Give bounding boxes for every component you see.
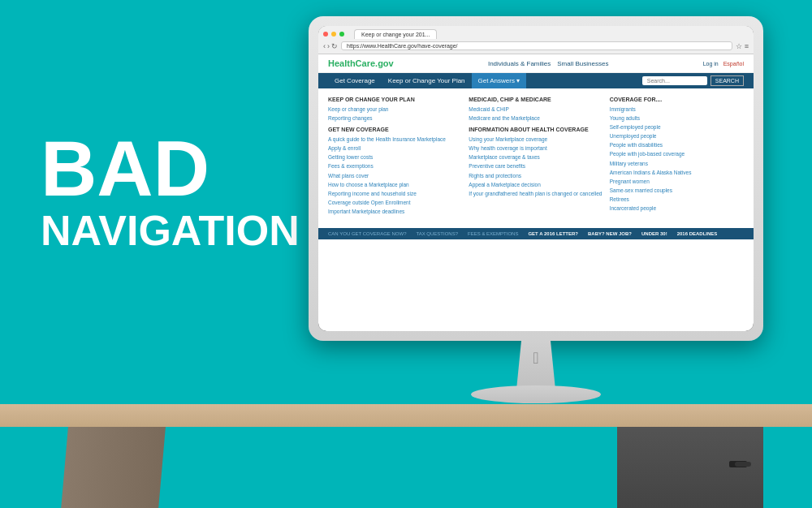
espanol-link[interactable]: Español: [723, 61, 744, 67]
link-self-employed[interactable]: Self-employed people: [610, 123, 744, 131]
nav-small-businesses[interactable]: Small Businesses: [557, 60, 608, 67]
browser-tab[interactable]: Keep or change your 201...: [354, 29, 437, 39]
nav-get-coverage[interactable]: Get Coverage: [328, 73, 382, 88]
section-title-medicaid: MEDICAID, CHIP & MEDICARE: [469, 97, 603, 102]
link-american-indians[interactable]: American Indians & Alaska Natives: [610, 169, 744, 176]
nav-get-answers[interactable]: Get Answers ▾: [472, 73, 527, 88]
monitor-shell: Keep or change your 201... ‹ › ↻ https:/…: [309, 16, 763, 341]
link-job-based[interactable]: People with job-based coverage: [610, 150, 744, 157]
nav-individuals[interactable]: Individuals & Families: [488, 60, 551, 67]
search-button[interactable]: SEARCH: [710, 75, 744, 86]
back-button[interactable]: ‹: [323, 42, 326, 50]
desk-left-leg: [61, 419, 166, 508]
link-immigrants[interactable]: Immigrants: [610, 105, 744, 113]
bookmark-icon: ☆: [736, 42, 742, 50]
link-young-adults[interactable]: Young adults: [610, 114, 744, 122]
link-retirees[interactable]: Retirees: [610, 196, 744, 203]
section-title-keep: KEEP OR CHANGE YOUR PLAN: [328, 97, 462, 102]
search-input[interactable]: [642, 76, 707, 85]
refresh-button[interactable]: ↻: [331, 42, 338, 50]
link-keep-plan[interactable]: Keep or change your plan: [328, 105, 462, 113]
header-actions: Log in Español: [703, 61, 744, 67]
bottom-bar-item-4[interactable]: GET A 2016 LETTER?: [528, 231, 578, 236]
browser-chrome: Keep or change your 201... ‹ › ↻ https:/…: [318, 26, 754, 54]
nav-keep-change[interactable]: Keep or Change Your Plan: [382, 73, 472, 88]
link-medicaid-chip[interactable]: Medicaid & CHIP: [469, 105, 603, 113]
link-medicare-marketplace[interactable]: Medicare and the Marketplace: [469, 114, 603, 122]
header-nav: Individuals & Families Small Businesses: [488, 60, 609, 67]
browser-dot-yellow[interactable]: [331, 32, 336, 37]
bottom-bar-item-7[interactable]: 2016 DEADLINES: [677, 231, 718, 236]
monitor-bezel: Keep or change your 201... ‹ › ↻ https:/…: [318, 26, 754, 331]
bottom-bar-item-5[interactable]: BABY? NEW JOB?: [588, 231, 632, 236]
browser-icons: ☆ ≡: [736, 42, 749, 50]
headline-text: BAD NAVIGATION: [41, 130, 300, 254]
screen-content: Keep or change your 201... ‹ › ↻ https:/…: [318, 26, 754, 331]
link-rights-protections[interactable]: Rights and protections: [469, 172, 603, 179]
dropdown-col3: COVERAGE FOR.... Immigrants Young adults…: [610, 97, 744, 220]
browser-top-bar: Keep or change your 201...: [323, 29, 749, 39]
link-coverage-taxes[interactable]: Marketplace coverage & taxes: [469, 153, 603, 161]
link-disabilities[interactable]: People with disabilities: [610, 141, 744, 149]
apple-logo-icon: : [533, 349, 538, 368]
link-grandfathered[interactable]: If your grandfathered health plan is cha…: [469, 190, 603, 197]
link-incarcerated[interactable]: Incarcerated people: [610, 204, 744, 212]
link-using-coverage[interactable]: Using your Marketplace coverage: [469, 136, 603, 143]
navigation-label: NAVIGATION: [41, 208, 300, 254]
link-military[interactable]: Military veterans: [610, 160, 744, 167]
link-coverage-outside[interactable]: Coverage outside Open Enrollment: [328, 199, 462, 206]
link-fees-exemptions[interactable]: Fees & exemptions: [328, 162, 462, 170]
dropdown-col1: KEEP OR CHANGE YOUR PLAN Keep or change …: [328, 97, 462, 220]
drawer-handle: [729, 461, 747, 467]
address-bar-row: ‹ › ↻ https://www.HealthCare.gov/have-co…: [323, 41, 749, 50]
browser-nav-arrows: ‹ › ↻: [323, 42, 338, 50]
link-preventive-care[interactable]: Preventive care benefits: [469, 162, 603, 170]
nav-search: SEARCH: [642, 75, 744, 86]
site-header: HealthCare.gov Individuals & Families Sm…: [318, 54, 754, 73]
link-pregnant[interactable]: Pregnant women: [610, 178, 744, 185]
link-appeal[interactable]: Appeal a Marketplace decision: [469, 181, 603, 188]
dropdown-content: KEEP OR CHANGE YOUR PLAN Keep or change …: [318, 88, 754, 228]
settings-icon: ≡: [745, 42, 749, 50]
bottom-bar-item-2[interactable]: Tax Questions?: [416, 231, 458, 236]
browser-dot-green[interactable]: [339, 32, 344, 37]
address-bar[interactable]: https://www.HealthCare.gov/have-coverage…: [341, 41, 732, 50]
section-keep-change: KEEP OR CHANGE YOUR PLAN Keep or change …: [328, 97, 462, 122]
bottom-bar-item-1[interactable]: Can you get coverage now?: [328, 231, 406, 236]
logo-text[interactable]: HealthCare.gov: [328, 58, 394, 68]
section-title-coverage-for: COVERAGE FOR....: [610, 97, 744, 102]
site-logo: HealthCare.gov: [328, 58, 394, 68]
browser-dot-red[interactable]: [323, 32, 328, 37]
section-info-coverage: INFORMATION ABOUT HEALTH COVERAGE Using …: [469, 127, 603, 197]
bottom-bar-item-3[interactable]: Fees & exemptions: [468, 231, 518, 236]
section-title-info: INFORMATION ABOUT HEALTH COVERAGE: [469, 127, 603, 132]
dropdown-col2: MEDICAID, CHIP & MEDICARE Medicaid & CHI…: [469, 97, 603, 220]
section-new-coverage: GET NEW COVERAGE A quick guide to the He…: [328, 127, 462, 215]
section-medicaid: MEDICAID, CHIP & MEDICARE Medicaid & CHI…: [469, 97, 603, 122]
monitor-base: [471, 385, 601, 403]
section-coverage-for: COVERAGE FOR.... Immigrants Young adults…: [610, 97, 744, 212]
link-reporting-income[interactable]: Reporting income and household size: [328, 190, 462, 197]
nav-bar: Get Coverage Keep or Change Your Plan Ge…: [318, 73, 754, 88]
link-what-plans[interactable]: What plans cover: [328, 172, 462, 179]
login-link[interactable]: Log in: [703, 61, 719, 67]
link-apply-enroll[interactable]: Apply & enroll: [328, 144, 462, 152]
link-choose-plan[interactable]: How to choose a Marketplace plan: [328, 181, 462, 188]
monitor: Keep or change your 201... ‹ › ↻ https:/…: [309, 16, 763, 438]
link-quick-guide[interactable]: A quick guide to the Health Insurance Ma…: [328, 136, 462, 143]
link-same-sex[interactable]: Same-sex married couples: [610, 187, 744, 194]
link-why-coverage[interactable]: Why health coverage is important: [469, 144, 603, 152]
forward-button[interactable]: ›: [327, 42, 330, 50]
link-marketplace-deadlines[interactable]: Important Marketplace deadlines: [328, 208, 462, 215]
bad-label: BAD: [41, 130, 300, 208]
bottom-bar-item-6[interactable]: UNDER 30!: [641, 231, 667, 236]
link-reporting-changes[interactable]: Reporting changes: [328, 114, 462, 122]
link-unemployed[interactable]: Unemployed people: [610, 132, 744, 140]
bottom-bar: Can you get coverage now? Tax Questions?…: [318, 228, 754, 239]
link-lower-costs[interactable]: Getting lower costs: [328, 153, 462, 161]
section-title-new: GET NEW COVERAGE: [328, 127, 462, 132]
